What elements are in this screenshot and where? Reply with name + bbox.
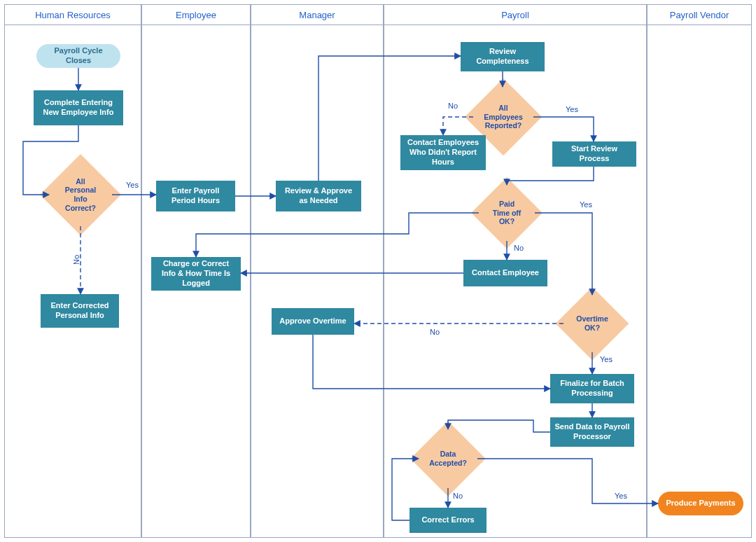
label-pto-no: No [514, 244, 524, 252]
process-contact-emp: Contact Employees Who Didn't Report Hour… [400, 135, 486, 170]
end-produce-payments: Produce Payments [658, 492, 743, 515]
process-enter-hours: Enter Payroll Period Hours [156, 181, 235, 211]
lane-body-manager [251, 25, 384, 538]
label-allinfo-yes: Yes [126, 181, 139, 189]
decision-data-accepted: Data Accepted? [421, 432, 475, 485]
process-charge-correct: Charge or Correct Info & How Time Is Log… [151, 257, 241, 291]
label-data-yes: Yes [615, 492, 627, 500]
label-ot-yes: Yes [600, 355, 612, 363]
process-enter-corrected: Enter Corrected Personal Info [41, 294, 119, 328]
decision-all-info: All Personal Info Correct? [52, 166, 109, 223]
decision-ot-ok: Overtime OK? [566, 298, 618, 349]
process-contact-emp2: Contact Employee [463, 260, 547, 286]
label-ot-no: No [430, 328, 440, 336]
label-data-no: No [453, 492, 463, 500]
label-allemp-yes: Yes [566, 105, 578, 113]
process-correct-errors: Correct Errors [410, 508, 486, 533]
process-complete-enter: Complete Entering New Employee Info [34, 90, 123, 125]
process-approve-ot: Approve Overtime [272, 308, 354, 335]
label-allemp-no: No [448, 102, 458, 110]
process-start-review: Start Review Process [552, 141, 636, 167]
lane-body-vendor [647, 25, 752, 538]
process-send-data: Send Data to Payroll Processor [550, 417, 634, 447]
lane-header-employee: Employee [141, 4, 251, 25]
process-finalize: Finalize for Batch Processing [550, 374, 634, 403]
start-payroll-cycle: Payroll Cycle Closes [36, 44, 120, 68]
process-review-complete: Review Completeness [461, 42, 545, 71]
label-allinfo-no: No [72, 255, 80, 265]
lane-header-vendor: Payroll Vendor [647, 4, 752, 25]
lane-header-payroll: Payroll [384, 4, 647, 25]
lane-header-manager: Manager [251, 4, 384, 25]
label-pto-yes: Yes [580, 200, 592, 209]
decision-pto-ok: Paid Time off OK? [482, 188, 532, 238]
process-review-approve: Review & Approve as Needed [276, 181, 361, 211]
lane-header-hr: Human Resources [4, 4, 141, 25]
